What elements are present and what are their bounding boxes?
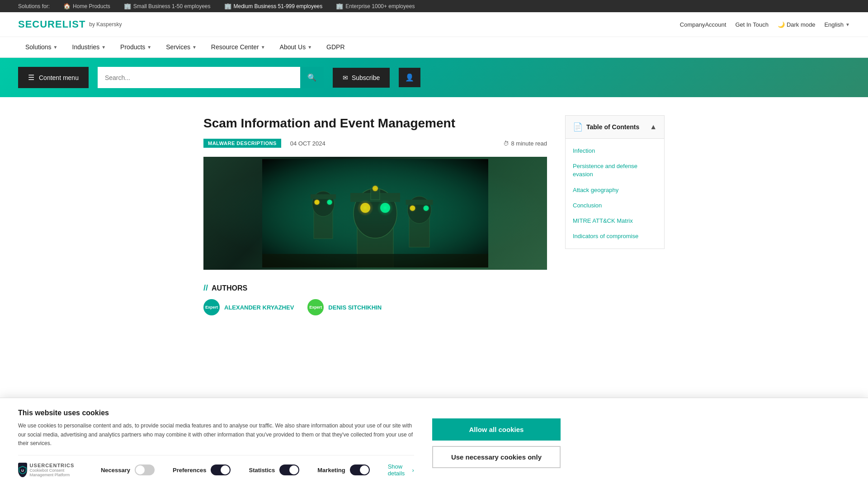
toc-toggle-button[interactable]: ▲ [650,123,657,131]
small-biz-icon: 🏢 [124,3,131,9]
toc-item-2[interactable]: Persistence and defense evasion [566,159,664,182]
top-link-small-business[interactable]: 🏢 Small Business 1-50 employees [124,3,211,9]
nav-about-us[interactable]: About Us ▼ [273,37,320,57]
lang-chevron-icon: ▼ [845,22,850,27]
search-wrapper: 🔍 [98,67,324,88]
resource-chevron: ▼ [261,45,265,50]
article-date: 04 OCT 2024 [290,140,326,147]
content-menu-button[interactable]: ☰ Content menu [18,67,89,88]
logo-area[interactable]: SECURELIST by Kaspersky [18,19,122,30]
header-nav: SECURELIST by Kaspersky CompanyAccount G… [0,12,868,37]
toc-box: 📄 Table of Contents ▲ Infection Persiste… [565,115,665,249]
header-right: CompanyAccount Get In Touch 🌙 Dark mode … [680,21,850,28]
products-chevron: ▼ [147,45,151,50]
article-sidebar: 📄 Table of Contents ▲ Infection Persiste… [565,115,665,315]
main-nav: Solutions ▼ Industries ▼ Products ▼ Serv… [0,37,868,58]
solutions-chevron: ▼ [53,45,58,50]
author-item-2[interactable]: Expert DENIS SITCHIKHIN [307,299,382,315]
subscribe-label: Subscribe [352,74,380,81]
toc-list: Infection Persistence and defense evasio… [566,139,664,249]
nav-gdpr[interactable]: GDPR [319,37,352,57]
author-avatar-1: Expert [203,299,220,315]
dark-mode-button[interactable]: 🌙 Dark mode [778,21,816,28]
search-icon: 🔍 [307,73,316,82]
top-bar: Solutions for: 🏠 Home Products 🏢 Small B… [0,0,868,12]
toc-item-1[interactable]: Infection [566,143,664,159]
author-avatar-2: Expert [307,299,324,315]
get-in-touch-link[interactable]: Get In Touch [735,21,768,28]
article-tag[interactable]: MALWARE DESCRIPTIONS [203,139,281,148]
moon-icon: 🌙 [778,21,785,28]
top-link-enterprise[interactable]: 🏢 Enterprise 1000+ employees [336,3,415,9]
author-name-2[interactable]: DENIS SITCHIKHIN [328,304,382,311]
nav-industries[interactable]: Industries ▼ [65,37,113,57]
read-time: ⏱ 8 minute read [503,140,547,147]
industries-chevron: ▼ [101,45,106,50]
nav-resource-center[interactable]: Resource Center ▼ [204,37,273,57]
home-icon: 🏠 [63,3,71,9]
top-link-medium-business[interactable]: 🏢 Medium Business 51-999 employees [224,3,323,9]
toc-icon: 📄 [573,122,583,132]
top-link-home[interactable]: 🏠 Home Products [63,3,110,9]
top-link-small-label: Small Business 1-50 employees [133,3,211,9]
services-chevron: ▼ [192,45,197,50]
medium-biz-icon: 🏢 [224,3,231,9]
author-name-1[interactable]: ALEXANDER KRYAZHEV [224,304,294,311]
lang-label: English [824,21,844,28]
nav-products[interactable]: Products ▼ [113,37,159,57]
solutions-label: Solutions for: [18,3,50,9]
user-account-button[interactable]: 👤 [399,68,420,87]
toc-item-5[interactable]: MITRE ATT&CK Matrix [566,213,664,229]
nav-solutions[interactable]: Solutions ▼ [18,37,65,57]
action-bar: ☰ Content menu 🔍 ✉ Subscribe 👤 [0,58,868,97]
subscribe-button[interactable]: ✉ Subscribe [333,68,390,88]
toc-header: 📄 Table of Contents ▲ [566,116,664,139]
toc-item-3[interactable]: Attack geography [566,183,664,198]
toc-item-4[interactable]: Conclusion [566,198,664,213]
article-main: Scam Information and Event Management MA… [203,115,547,315]
toc-item-6[interactable]: Indicators of compromise [566,229,664,244]
authors-list: Expert ALEXANDER KRYAZHEV Expert DENIS S… [203,299,547,315]
hamburger-icon: ☰ [28,73,34,82]
dark-mode-label: Dark mode [787,21,816,28]
logo-securelist: SECURELIST [18,19,85,30]
logo-by: by Kaspersky [89,21,122,28]
author-item-1[interactable]: Expert ALEXANDER KRYAZHEV [203,299,294,315]
company-account-link[interactable]: CompanyAccount [680,21,726,28]
article-meta: MALWARE DESCRIPTIONS 04 OCT 2024 ⏱ 8 min… [203,139,547,148]
top-link-enterprise-label: Enterprise 1000+ employees [345,3,415,9]
enterprise-icon: 🏢 [336,3,343,9]
article-hero-image [203,157,547,270]
hero-glow [203,157,547,270]
toc-title: 📄 Table of Contents [573,122,639,132]
search-input[interactable] [98,68,300,88]
article-title: Scam Information and Event Management [203,115,547,131]
user-icon: 👤 [405,73,414,82]
top-link-home-label: Home Products [73,3,110,9]
search-button[interactable]: 🔍 [300,67,324,88]
content-menu-label: Content menu [39,74,79,81]
authors-section: AUTHORS Expert ALEXANDER KRYAZHEV Expert… [203,283,547,315]
timer-icon: ⏱ [503,140,509,147]
main-content: Scam Information and Event Management MA… [185,97,683,315]
email-icon: ✉ [343,74,348,81]
authors-label: AUTHORS [203,283,547,293]
nav-services[interactable]: Services ▼ [159,37,204,57]
top-link-medium-label: Medium Business 51-999 employees [234,3,323,9]
language-selector[interactable]: English ▼ [824,21,850,28]
about-chevron: ▼ [307,45,312,50]
